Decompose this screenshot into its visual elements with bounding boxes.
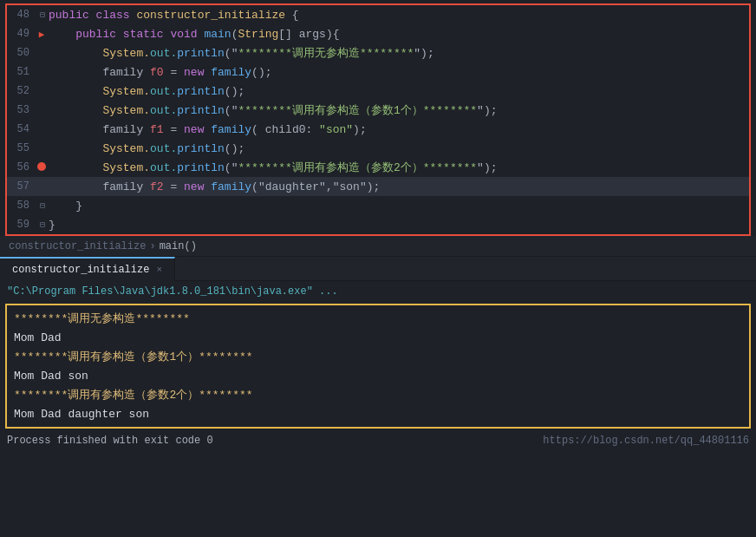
code-token: } [49, 200, 82, 213]
code-token: println [177, 161, 225, 174]
code-line-58: 58⊟ } [7, 196, 749, 215]
code-token: [] args){ [278, 28, 339, 41]
line-number: 52 [9, 85, 36, 97]
console-output-line: ********调用无参构造******** [14, 309, 742, 328]
code-token: "); [414, 47, 433, 60]
code-line-52: 52 System.out.println(); [7, 82, 749, 101]
line-number: 56 [9, 161, 36, 174]
line-content: public class constructor_initialize { [49, 9, 747, 22]
code-token: main [204, 28, 231, 41]
code-token: ********调用有参构造（参数2个）******** [238, 161, 477, 174]
code-token: System. [49, 47, 150, 60]
line-content: public static void main(String[] args){ [49, 28, 747, 41]
code-line-59: 59⊟} [7, 215, 749, 234]
breakpoint-marker[interactable] [37, 162, 46, 171]
console-output-box: ********调用无参构造********Mom Dad********调用有… [5, 304, 751, 429]
code-token: static [123, 28, 171, 41]
line-content: System.out.println("********调用有参构造（参数2个）… [49, 160, 747, 175]
line-content: family f0 = new family(); [49, 66, 747, 79]
line-number: 50 [9, 47, 36, 59]
code-line-51: 51 family f0 = new family(); [7, 62, 749, 82]
fold-icon[interactable]: ⊟ [36, 200, 49, 211]
code-token: f2 [150, 180, 164, 193]
console-area: "C:\Program Files\Java\jdk1.8.0_181\bin\… [0, 281, 756, 449]
code-token: f1 [150, 123, 164, 136]
code-token: new [184, 123, 211, 136]
code-token: { [285, 9, 299, 22]
tab-constructor-initialize[interactable]: constructor_initialize × [0, 257, 175, 281]
execution-arrow: ▶ [39, 29, 45, 40]
line-content: } [49, 219, 747, 232]
code-token: "); [477, 161, 497, 174]
code-line-57: 57 family f2 = new family("daughter","so… [7, 177, 749, 196]
code-lines: 48⊟public class constructor_initialize {… [7, 5, 749, 234]
console-output-line: Mom Dad son [14, 366, 742, 385]
code-token: "); [477, 104, 497, 117]
line-content: family f2 = new family("daughter","son")… [49, 180, 747, 193]
code-token: family [211, 180, 251, 193]
console-output-line: ********调用有参构造（参数2个）******** [14, 385, 742, 404]
code-token: = [164, 180, 184, 193]
console-output-line: ********调用有参构造（参数1个）******** [14, 347, 742, 366]
line-number: 54 [9, 123, 36, 135]
line-number: 57 [9, 180, 36, 193]
line-number: 48 [9, 9, 36, 21]
breadcrumb-part1: constructor_initialize [9, 240, 146, 252]
fold-icon[interactable]: ⊟ [36, 219, 49, 230]
code-token: println [177, 47, 225, 60]
code-token: println [177, 85, 225, 98]
code-token: family [49, 180, 150, 193]
line-number: 49 [9, 28, 36, 40]
line-content: System.out.println("********调用有参构造（参数1个）… [49, 102, 747, 118]
code-line-49: 49▶ public static void main(String[] arg… [7, 24, 749, 43]
tab-close-button[interactable]: × [156, 265, 162, 275]
code-token: (); [225, 142, 244, 155]
code-token: ("daughter","son"); [251, 180, 380, 193]
code-token: out. [150, 47, 177, 60]
code-token: System. [49, 104, 150, 117]
code-token: ( child0: [251, 123, 319, 136]
code-token: } [49, 219, 55, 232]
code-token: family [49, 123, 150, 136]
line-number: 51 [9, 66, 36, 78]
code-token: System. [49, 161, 150, 174]
console-output-line: Mom Dad [14, 328, 742, 347]
code-line-55: 55 System.out.println(); [7, 139, 749, 158]
editor-panel: 48⊟public class constructor_initialize {… [5, 3, 751, 236]
line-number: 59 [9, 219, 36, 231]
code-token: f0 [150, 66, 164, 79]
code-token: (); [225, 85, 244, 98]
code-token: = [164, 66, 184, 79]
code-token: System. [49, 85, 150, 98]
code-line-56: 56 System.out.println("********调用有参构造（参数… [7, 158, 749, 177]
breadcrumb-bar: constructor_initialize › main() [0, 236, 756, 257]
code-token: ********调用无参构造******** [238, 47, 414, 60]
code-token: new [184, 66, 211, 79]
console-status-line: Process finished with exit code 0 https:… [5, 432, 751, 449]
code-token: constructor_initialize [136, 9, 285, 22]
tab-label: constructor_initialize [12, 264, 149, 276]
breadcrumb-part2: main() [160, 240, 197, 252]
code-line-48: 48⊟public class constructor_initialize { [7, 5, 749, 24]
code-line-50: 50 System.out.println("********调用无参构造***… [7, 43, 749, 62]
fold-icon[interactable]: ▶ [36, 29, 49, 40]
code-token: "son" [319, 123, 353, 136]
csdn-link[interactable]: https://blog.csdn.net/qq_44801116 [543, 435, 749, 447]
console-status-text: Process finished with exit code 0 [7, 435, 213, 447]
fold-icon[interactable]: ⊟ [36, 10, 49, 20]
code-token: out. [150, 142, 177, 155]
fold-icon [36, 162, 49, 174]
line-number: 58 [9, 200, 36, 212]
line-content: System.out.println(); [49, 142, 747, 155]
line-number: 53 [9, 104, 36, 116]
console-output-line: Mom Dad daughter son [14, 404, 742, 423]
code-token: family [49, 66, 150, 79]
code-token: = [164, 123, 184, 136]
code-token: String [238, 28, 278, 41]
tab-bar: constructor_initialize × [0, 257, 756, 281]
code-token: void [170, 28, 204, 41]
line-content: System.out.println(); [49, 85, 747, 98]
code-token: class [96, 9, 137, 22]
code-token: (" [225, 104, 238, 117]
code-line-54: 54 family f1 = new family( child0: "son"… [7, 120, 749, 139]
